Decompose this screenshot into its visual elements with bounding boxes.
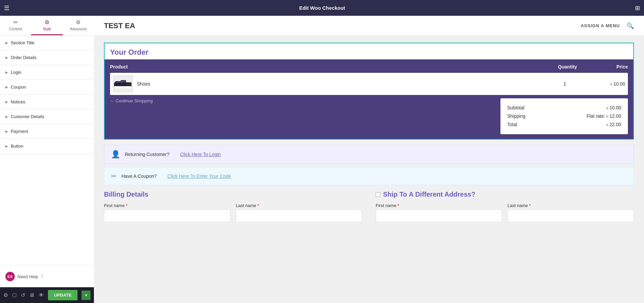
content-icon: ✏: [13, 19, 18, 26]
eye-icon[interactable]: 👁: [39, 292, 44, 298]
required-star: *: [257, 203, 259, 208]
summary-total-row: Total ৳ 22.00: [507, 120, 621, 129]
notices-label: Notices: [11, 99, 25, 104]
order-item-row: Shoes 1 ৳ 10.00: [110, 73, 628, 95]
top-bar: ☰ Edit Woo Checkout ⊞: [0, 0, 644, 16]
summary-shipping-row: Shipping Flat rate: ৳ 12.00: [507, 112, 621, 120]
sidebar-item-button[interactable]: ▶ Button: [0, 139, 94, 153]
order-item-qty: 1: [545, 81, 585, 87]
sidebar-footer: EA Need Help ?: [0, 265, 94, 287]
order-item-price: ৳ 10.00: [585, 81, 625, 87]
tab-style[interactable]: ⚙ Style: [31, 16, 62, 35]
sidebar-item-coupon[interactable]: ▶ Coupon: [0, 80, 94, 94]
billing-shipping-row: Billing Details First name * Last name: [104, 191, 634, 226]
ship-to-different-checkbox[interactable]: [376, 192, 380, 197]
shipping-firstname-label: First name *: [376, 203, 502, 208]
sidebar-section-customer-details: ▶ Customer Details: [0, 109, 94, 124]
grid-icon[interactable]: ⊞: [635, 4, 640, 12]
subtotal-value: ৳ 10.00: [606, 105, 621, 111]
help-question-icon: ?: [41, 274, 43, 279]
tab-content[interactable]: ✏ Content: [0, 16, 31, 35]
shipping-label: Shipping: [507, 113, 526, 119]
hamburger-icon[interactable]: ☰: [4, 4, 9, 12]
continue-shopping-link[interactable]: ← Continue Shopping: [110, 98, 500, 103]
shipping-section: Ship To A Different Address? First name …: [376, 191, 634, 226]
chevron-icon: ▶: [5, 130, 8, 133]
sidebar-item-login[interactable]: ▶ Login: [0, 65, 94, 80]
sidebar-bottom-bar: ⚙ ⬡ ↺ 🖥 👁 UPDATE ▼: [0, 287, 94, 303]
update-button[interactable]: UPDATE: [48, 290, 77, 300]
section-title-label: Section Title: [11, 40, 35, 45]
sidebar-item-payment[interactable]: ▶ Payment: [0, 124, 94, 139]
site-logo: TEST EA: [104, 21, 581, 30]
order-item-image: [113, 75, 133, 92]
sidebar-item-customer-details[interactable]: ▶ Customer Details: [0, 109, 94, 124]
shipping-firstname-input[interactable]: [376, 209, 502, 222]
billing-section: Billing Details First name * Last name: [104, 191, 362, 226]
sidebar-item-section-title[interactable]: ▶ Section Title: [0, 36, 94, 50]
sidebar-section-notices: ▶ Notices: [0, 95, 94, 109]
site-topnav: TEST EA ASSIGN A MENU 🔍: [94, 16, 644, 36]
layers-icon[interactable]: ⬡: [12, 292, 17, 298]
billing-name-row: First name * Last name *: [104, 203, 362, 222]
chevron-icon: ▶: [5, 115, 8, 118]
summary-subtotal-row: Subtotal ৳ 10.00: [507, 104, 621, 112]
shipping-lastname-label: Last name *: [507, 203, 634, 208]
tab-content-label: Content: [9, 27, 22, 31]
tab-advanced[interactable]: ⚙ Advanced: [63, 16, 94, 35]
history-icon[interactable]: ↺: [21, 292, 25, 298]
billing-lastname-input[interactable]: [236, 209, 362, 222]
login-banner-text: Returning Customer?: [125, 152, 169, 157]
shipping-lastname-input[interactable]: [507, 209, 634, 222]
desktop-icon[interactable]: 🖥: [29, 292, 35, 298]
total-value: ৳ 22.00: [606, 122, 621, 128]
order-header-row: Product Quantity Price: [110, 64, 628, 69]
ea-logo: EA: [5, 272, 15, 281]
need-help-button[interactable]: EA Need Help ?: [0, 267, 94, 286]
billing-lastname-group: Last name *: [236, 203, 362, 222]
order-header-price: Price: [588, 64, 628, 69]
page-content: Your Order Product Quantity Price: [94, 36, 644, 233]
customer-details-label: Customer Details: [11, 114, 44, 119]
billing-firstname-group: First name *: [104, 203, 230, 222]
sidebar-section-section-title: ▶ Section Title: [0, 36, 94, 50]
required-star: *: [126, 203, 127, 208]
required-star: *: [397, 203, 399, 208]
login-link[interactable]: Click Here To Login: [180, 152, 221, 157]
settings-icon[interactable]: ⚙: [3, 292, 8, 298]
billing-title: Billing Details: [104, 191, 362, 198]
assign-menu-link[interactable]: ASSIGN A MENU: [581, 23, 620, 28]
sidebar-item-order-details[interactable]: ▶ Order Details: [0, 50, 94, 65]
style-icon: ⚙: [45, 19, 49, 26]
order-summary-box: Subtotal ৳ 10.00 Shipping Flat rate: ৳ 1…: [500, 98, 628, 134]
chevron-icon: ▶: [5, 100, 8, 104]
tab-advanced-label: Advanced: [70, 27, 87, 31]
order-header-qty: Quantity: [547, 64, 588, 69]
order-footer-row: ← Continue Shopping Subtotal ৳ 10.00 Shi…: [110, 98, 628, 134]
sidebar-section-payment: ▶ Payment: [0, 124, 94, 139]
chevron-icon: ▶: [5, 70, 8, 74]
shipping-value: Flat rate: ৳ 12.00: [587, 113, 621, 119]
coupon-link[interactable]: Click Here To Enter Your Code: [167, 173, 231, 179]
svg-rect-4: [114, 85, 131, 86]
advanced-icon: ⚙: [76, 19, 80, 26]
shipping-title: Ship To A Different Address?: [376, 191, 634, 198]
main-layout: ✏ Content ⚙ Style ⚙ Advanced ▶ Section T…: [0, 16, 644, 303]
search-icon[interactable]: 🔍: [627, 22, 634, 30]
sidebar-sections: ▶ Section Title ▶ Order Details ▶ Login …: [0, 36, 94, 265]
billing-firstname-input[interactable]: [104, 209, 230, 222]
order-details-label: Order Details: [11, 55, 37, 60]
sidebar: ✏ Content ⚙ Style ⚙ Advanced ▶ Section T…: [0, 16, 94, 303]
billing-lastname-label: Last name *: [236, 203, 362, 208]
order-item-name: Shoes: [137, 81, 545, 87]
user-icon: 👤: [111, 150, 120, 159]
sidebar-item-notices[interactable]: ▶ Notices: [0, 95, 94, 109]
tab-style-label: Style: [43, 27, 51, 31]
payment-label: Payment: [11, 129, 28, 134]
sidebar-section-order-details: ▶ Order Details: [0, 50, 94, 65]
update-dropdown-button[interactable]: ▼: [82, 291, 91, 300]
subtotal-label: Subtotal: [507, 105, 524, 111]
chevron-icon: ▶: [5, 56, 8, 59]
login-banner: 👤 Returning Customer? Click Here To Logi…: [104, 145, 634, 164]
resize-handle[interactable]: [92, 16, 94, 303]
